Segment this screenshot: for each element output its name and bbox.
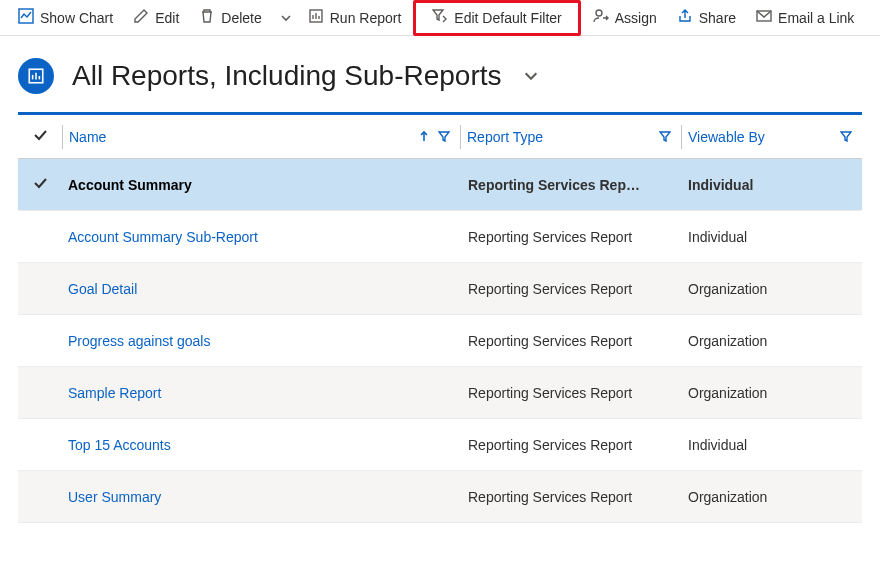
chart-icon [18, 8, 34, 27]
cell-name[interactable]: Goal Detail [62, 281, 462, 297]
svg-point-5 [596, 10, 602, 16]
cell-name[interactable]: User Summary [62, 489, 462, 505]
edit-default-filter-label: Edit Default Filter [454, 10, 561, 26]
column-header-name-label: Name [69, 129, 106, 145]
highlight-annotation: Edit Default Filter [413, 0, 580, 36]
assign-button[interactable]: Assign [583, 3, 667, 33]
cell-viewable-by: Organization [682, 281, 862, 297]
check-icon [32, 175, 48, 194]
show-chart-button[interactable]: Show Chart [8, 3, 123, 33]
cell-report-type: Reporting Services Report [462, 333, 682, 349]
table-row[interactable]: Sample ReportReporting Services ReportOr… [18, 367, 862, 419]
cell-viewable-by: Individual [682, 177, 862, 193]
show-chart-label: Show Chart [40, 10, 113, 26]
edit-button[interactable]: Edit [123, 3, 189, 33]
filter-icon[interactable] [659, 129, 671, 145]
email-link-label: Email a Link [778, 10, 854, 26]
pencil-icon [133, 8, 149, 27]
share-button[interactable]: Share [667, 3, 746, 33]
column-header-report-type[interactable]: Report Type [461, 129, 681, 145]
share-label: Share [699, 10, 736, 26]
column-header-viewable-by[interactable]: Viewable By [682, 129, 862, 145]
report-icon [308, 8, 324, 27]
view-title[interactable]: All Reports, Including Sub-Reports [72, 60, 502, 92]
edit-label: Edit [155, 10, 179, 26]
cell-name[interactable]: Sample Report [62, 385, 462, 401]
filter-edit-icon [432, 8, 448, 27]
cell-name[interactable]: Account Summary Sub-Report [62, 229, 462, 245]
email-link-button[interactable]: Email a Link [746, 3, 864, 33]
cell-report-type: Reporting Services Report [462, 281, 682, 297]
cell-report-type: Reporting Services Rep… [462, 177, 682, 193]
cell-report-type: Reporting Services Report [462, 437, 682, 453]
cell-report-type: Reporting Services Report [462, 489, 682, 505]
trash-icon [199, 8, 215, 27]
table-row[interactable]: User SummaryReporting Services ReportOrg… [18, 471, 862, 523]
view-selector-chevron[interactable] [520, 68, 542, 84]
run-report-button[interactable]: Run Report [298, 3, 412, 33]
column-header-view-label: Viewable By [688, 129, 765, 145]
cell-viewable-by: Organization [682, 489, 862, 505]
cell-viewable-by: Individual [682, 437, 862, 453]
assign-icon [593, 8, 609, 27]
delete-label: Delete [221, 10, 261, 26]
page-header: All Reports, Including Sub-Reports [0, 36, 880, 112]
cell-viewable-by: Individual [682, 229, 862, 245]
cell-report-type: Reporting Services Report [462, 385, 682, 401]
table-row[interactable]: Progress against goalsReporting Services… [18, 315, 862, 367]
column-header-name[interactable]: Name [63, 129, 460, 145]
table-row[interactable]: Account Summary Sub-ReportReporting Serv… [18, 211, 862, 263]
cell-viewable-by: Organization [682, 333, 862, 349]
column-header-type-label: Report Type [467, 129, 543, 145]
filter-icon[interactable] [438, 129, 450, 145]
run-report-label: Run Report [330, 10, 402, 26]
reports-grid: Name Report Type Viewable By Account Sum… [18, 112, 862, 523]
edit-default-filter-button[interactable]: Edit Default Filter [422, 3, 571, 33]
cell-report-type: Reporting Services Report [462, 229, 682, 245]
table-row[interactable]: Goal DetailReporting Services ReportOrga… [18, 263, 862, 315]
overflow-chevron[interactable] [280, 12, 292, 24]
table-row[interactable]: Account SummaryReporting Services Rep…In… [18, 159, 862, 211]
report-entity-icon [18, 58, 54, 94]
assign-label: Assign [615, 10, 657, 26]
command-bar: Show Chart Edit Delete Run Report Edit D… [0, 0, 880, 36]
filter-icon[interactable] [840, 129, 852, 145]
share-icon [677, 8, 693, 27]
row-checkbox[interactable] [18, 175, 62, 194]
cell-name[interactable]: Progress against goals [62, 333, 462, 349]
mail-icon [756, 8, 772, 27]
grid-header-row: Name Report Type Viewable By [18, 115, 862, 159]
check-icon [32, 127, 48, 146]
sort-asc-icon[interactable] [418, 129, 430, 145]
cell-name[interactable]: Top 15 Accounts [62, 437, 462, 453]
cell-viewable-by: Organization [682, 385, 862, 401]
select-all-column[interactable] [18, 127, 62, 146]
table-row[interactable]: Top 15 AccountsReporting Services Report… [18, 419, 862, 471]
delete-button[interactable]: Delete [189, 3, 271, 33]
cell-name[interactable]: Account Summary [62, 177, 462, 193]
